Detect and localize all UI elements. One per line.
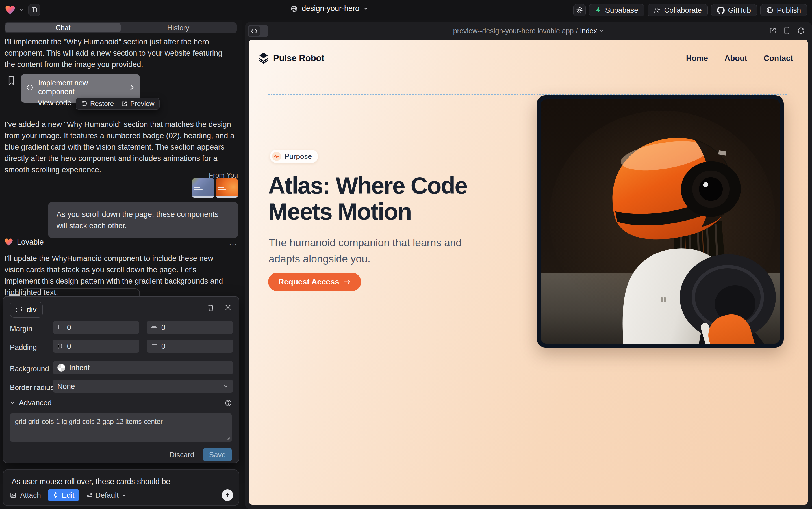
attach-image-icon — [10, 491, 17, 499]
attach-button[interactable]: Attach — [10, 491, 41, 500]
lovable-heart-icon — [4, 238, 13, 246]
discard-button[interactable]: Discard — [170, 450, 194, 459]
github-button[interactable]: GitHub — [711, 4, 757, 16]
user-message-bubble: As you scroll down the page, these compo… — [48, 202, 238, 238]
save-button[interactable]: Save — [203, 448, 232, 461]
preview-button[interactable]: Preview — [121, 100, 154, 108]
padding-x-icon — [58, 343, 63, 349]
external-link-icon — [121, 101, 127, 107]
padding-x-input[interactable]: 0 — [53, 340, 139, 352]
version-hover-menu: Restore Preview — [76, 98, 160, 110]
nav-link-contact[interactable]: Contact — [764, 54, 793, 63]
collaborate-button[interactable]: Collaborate — [648, 4, 708, 16]
tab-history[interactable]: History — [121, 23, 236, 32]
background-label: Background — [10, 365, 49, 373]
site-brand[interactable]: Pulse Robot — [258, 52, 324, 65]
background-input[interactable]: Inherit — [53, 361, 233, 374]
margin-y-icon — [151, 325, 157, 330]
attachment-thumbnail-blue[interactable] — [192, 178, 214, 198]
delete-element-button[interactable] — [207, 304, 215, 312]
close-inspector-button[interactable] — [225, 304, 231, 312]
request-access-button[interactable]: Request Access — [268, 273, 361, 291]
hero-subheading: The humanoid companion that learns and a… — [269, 235, 489, 267]
open-in-new-tab-button[interactable] — [769, 27, 776, 34]
assistant-header: Lovable ... — [4, 238, 237, 246]
margin-x-icon — [58, 324, 63, 331]
code-toggle-icon — [249, 26, 260, 36]
advanced-label[interactable]: Advanced — [19, 399, 52, 407]
assistant-message-1: I'll implement the "Why Humanoid" sectio… — [4, 36, 230, 70]
advanced-chevron-icon[interactable] — [10, 400, 15, 406]
sliders-icon — [86, 492, 93, 499]
assistant-message-2: I've added a new "Why Humanoid" section … — [4, 119, 235, 175]
project-name: design-your-hero — [302, 4, 359, 13]
border-radius-select[interactable]: None — [53, 380, 233, 393]
app-topbar: design-your-hero Supabase Collaborate — [0, 0, 812, 20]
project-switcher[interactable]: design-your-hero — [290, 4, 368, 13]
lovable-heart-icon[interactable] — [5, 5, 15, 15]
purpose-badge: Purpose — [270, 150, 318, 163]
margin-y-input[interactable]: 0 — [147, 321, 233, 334]
sidebar-toggle-button[interactable] — [28, 4, 40, 16]
border-radius-label: Border radius — [10, 383, 54, 392]
restore-icon — [81, 101, 87, 107]
chat-history-tabs: Chat History — [4, 22, 237, 33]
logo-chevron-down-icon[interactable] — [19, 7, 24, 12]
hero-robot-card — [537, 95, 784, 347]
gear-icon — [576, 6, 583, 14]
restore-button[interactable]: Restore — [81, 100, 114, 108]
github-octocat-icon — [717, 6, 725, 14]
margin-x-input[interactable]: 0 — [53, 321, 139, 334]
nav-link-home[interactable]: Home — [686, 54, 708, 63]
site-viewport: Pulse Robot Home About Contact Purpose A… — [249, 40, 808, 505]
padding-label: Padding — [10, 343, 37, 352]
preview-frame: preview--design-your-hero.lovable.app / … — [245, 22, 812, 509]
project-chevron-down-icon — [363, 6, 368, 11]
composer-input[interactable]: As user mouse roll over, these cards sho… — [11, 477, 170, 486]
code-icon — [26, 84, 34, 91]
bookmark-icon[interactable] — [7, 76, 15, 86]
padding-y-input[interactable]: 0 — [147, 340, 233, 352]
padding-y-icon — [151, 343, 157, 349]
publish-globe-icon — [766, 6, 774, 14]
arrow-right-icon — [343, 279, 351, 285]
settings-button[interactable] — [573, 4, 586, 16]
site-navbar: Pulse Robot Home About Contact — [258, 52, 793, 65]
resize-handle[interactable] — [226, 436, 230, 440]
preview-page: index — [580, 27, 597, 35]
model-mode-select[interactable]: Default — [86, 491, 126, 500]
supabase-bolt-icon — [595, 6, 602, 14]
refresh-button[interactable] — [797, 27, 805, 34]
robot-image — [541, 99, 780, 344]
tab-chat[interactable]: Chat — [5, 23, 121, 32]
preview-url: preview--design-your-hero.lovable.app — [453, 27, 574, 35]
target-icon — [52, 492, 59, 499]
chevron-right-icon — [129, 84, 134, 91]
attachment-thumbnail-orange[interactable] — [216, 178, 238, 198]
element-inspector-panel: div Margin 0 0 Padding — [3, 296, 239, 463]
url-chevron-down-icon — [599, 29, 604, 33]
dashed-box-icon — [16, 306, 23, 313]
component-card-title: Implement new component — [38, 79, 124, 96]
publish-button[interactable]: Publish — [760, 4, 807, 16]
edit-mode-button[interactable]: Edit — [48, 489, 79, 501]
chat-panel: Chat History I'll implement the "Why Hum… — [0, 20, 242, 509]
nav-link-about[interactable]: About — [725, 54, 747, 63]
pulse-icon — [272, 152, 281, 161]
layers-logo-icon — [258, 52, 269, 65]
margin-label: Margin — [10, 324, 32, 333]
tailwind-classes-textarea[interactable]: grid grid-cols-1 lg:grid-cols-2 gap-12 i… — [10, 413, 232, 442]
code-preview-toggle[interactable] — [248, 25, 268, 37]
help-icon[interactable] — [225, 399, 232, 407]
supabase-button[interactable]: Supabase — [589, 4, 644, 16]
send-button[interactable] — [222, 489, 233, 501]
selected-element-chip[interactable]: div — [10, 302, 43, 317]
chat-composer[interactable]: As user mouse roll over, these cards sho… — [3, 469, 239, 506]
chevron-down-icon — [223, 383, 229, 389]
message-menu-button[interactable]: ... — [229, 238, 237, 246]
assistant-name: Lovable — [17, 238, 225, 246]
chevron-down-icon — [121, 493, 126, 498]
mobile-view-button[interactable] — [784, 27, 790, 34]
preview-url-bar: preview--design-your-hero.lovable.app / … — [245, 22, 812, 40]
add-user-icon — [654, 6, 661, 14]
